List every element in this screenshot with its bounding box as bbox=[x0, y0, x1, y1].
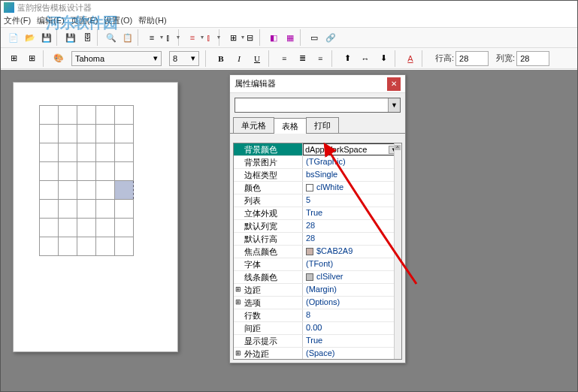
property-row[interactable]: 默认列宽28 bbox=[234, 220, 401, 233]
scrollbar[interactable]: ^ bbox=[394, 143, 401, 359]
fill-icon[interactable]: ◧ bbox=[265, 29, 282, 46]
tab-table[interactable]: 表格 bbox=[274, 118, 307, 134]
new-icon[interactable]: 📄 bbox=[5, 29, 22, 46]
delete-row-icon[interactable]: ≡ bbox=[184, 29, 201, 46]
property-value[interactable]: (Space) bbox=[303, 348, 401, 360]
underline-button[interactable]: U bbox=[249, 50, 265, 67]
property-name: 默认行高 bbox=[234, 233, 303, 245]
grid-icon[interactable]: ⊞ bbox=[23, 50, 40, 67]
property-row[interactable]: 默认行高28 bbox=[234, 233, 401, 246]
valign-top-icon[interactable]: ⬆ bbox=[339, 50, 356, 67]
menu-page[interactable]: 页面(E) bbox=[71, 15, 98, 26]
close-button[interactable]: ✕ bbox=[387, 77, 401, 91]
format-toolbar: ⊞ ⊞ 🎨 Tahoma▾ 8▾ B I U ≡ ≣ ≡ ⬆ ↔ ⬇ A 行高:… bbox=[1, 48, 577, 69]
font-color-icon[interactable]: A bbox=[402, 50, 419, 67]
property-row[interactable]: 显示提示True bbox=[234, 335, 401, 348]
color-icon[interactable]: 🎨 bbox=[50, 50, 67, 67]
property-value[interactable]: dAppWorkSpace▼ bbox=[303, 143, 401, 155]
align-center-icon[interactable]: ≣ bbox=[294, 50, 310, 67]
menu-help[interactable]: 帮助(H) bbox=[138, 15, 166, 26]
report-grid[interactable] bbox=[39, 105, 134, 256]
property-name: 边框类型 bbox=[234, 169, 303, 181]
database-icon[interactable]: 🗄 bbox=[79, 29, 95, 46]
property-value[interactable]: True bbox=[303, 207, 401, 219]
property-name: 立体外观 bbox=[234, 207, 303, 219]
property-name: 列表 bbox=[234, 194, 303, 207]
property-value[interactable]: (TFont) bbox=[303, 258, 401, 270]
merge-icon[interactable]: ⊞ bbox=[225, 29, 241, 46]
property-value[interactable]: clSilver bbox=[303, 271, 401, 283]
property-value[interactable]: (Margin) bbox=[303, 284, 401, 296]
tab-print[interactable]: 打印 bbox=[306, 117, 339, 133]
property-row[interactable]: 选项(Options) bbox=[234, 297, 401, 309]
link-icon[interactable]: 🔗 bbox=[322, 29, 339, 46]
property-value[interactable]: 28 bbox=[303, 220, 401, 232]
property-row[interactable]: 边距(Margin) bbox=[234, 284, 401, 297]
property-value[interactable]: bsSingle bbox=[303, 169, 401, 181]
property-name: 焦点颜色 bbox=[234, 246, 303, 258]
property-value[interactable]: True bbox=[303, 335, 401, 347]
split-icon[interactable]: ⊟ bbox=[241, 29, 258, 46]
save-as-icon[interactable]: 💾 bbox=[62, 29, 79, 46]
property-editor-title: 属性编辑器 bbox=[235, 78, 276, 89]
main-toolbar: 📄 📂 💾 💾 🗄 🔍 📋 ≡ ⫿ ≡ ⫿ ⊞ ⊟ ◧ ▦ ▭ 🔗 bbox=[1, 27, 577, 48]
row-height-label: 行高: bbox=[435, 53, 454, 64]
property-row[interactable]: 焦点颜色$CAB2A9 bbox=[234, 246, 401, 258]
property-name: 显示提示 bbox=[234, 335, 303, 347]
property-row[interactable]: 行数8 bbox=[234, 309, 401, 322]
delete-col-icon[interactable]: ⫿ bbox=[201, 29, 217, 46]
property-name: 线条颜色 bbox=[234, 271, 303, 283]
property-value[interactable]: 0.00 bbox=[303, 322, 401, 334]
property-name: 外边距 bbox=[234, 348, 303, 360]
font-size-select[interactable]: 8▾ bbox=[169, 51, 199, 66]
property-row[interactable]: 背景颜色dAppWorkSpace▼ bbox=[234, 143, 401, 156]
menu-settings[interactable]: 设置(O) bbox=[104, 15, 132, 26]
property-value[interactable]: clWhite bbox=[303, 182, 401, 194]
design-canvas[interactable]: 属性编辑器 ✕ ▼ 单元格 表格 打印 背景颜色dAppWorkSpace▼背景… bbox=[1, 70, 577, 391]
borders-icon[interactable]: ⊞ bbox=[5, 50, 22, 67]
insert-row-icon[interactable]: ≡ bbox=[144, 29, 160, 46]
property-value[interactable]: 8 bbox=[303, 309, 401, 321]
property-value[interactable]: (TGraphic) bbox=[303, 156, 401, 168]
preview-icon[interactable]: 🔍 bbox=[103, 29, 120, 46]
selected-cell bbox=[115, 181, 134, 200]
property-row[interactable]: 颜色clWhite bbox=[234, 182, 401, 194]
properties-icon[interactable]: 📋 bbox=[120, 29, 136, 46]
valign-bot-icon[interactable]: ⬇ bbox=[375, 50, 392, 67]
property-row[interactable]: 外边距(Space) bbox=[234, 348, 401, 360]
property-row[interactable]: 列表5 bbox=[234, 194, 401, 207]
property-row[interactable]: 线条颜色clSilver bbox=[234, 271, 401, 284]
property-value[interactable]: (Options) bbox=[303, 297, 401, 309]
property-value[interactable]: 5 bbox=[303, 194, 401, 207]
align-right-icon[interactable]: ≡ bbox=[312, 50, 328, 67]
window-title: 蓝韵报告模板设计器 bbox=[17, 2, 92, 14]
border-icon[interactable]: ▦ bbox=[282, 29, 298, 46]
property-value[interactable]: $CAB2A9 bbox=[303, 246, 401, 258]
open-icon[interactable]: 📂 bbox=[22, 29, 38, 46]
property-row[interactable]: 间距0.00 bbox=[234, 322, 401, 335]
property-grid[interactable]: 背景颜色dAppWorkSpace▼背景图片(TGraphic)边框类型bsSi… bbox=[233, 143, 402, 360]
tab-cell[interactable]: 单元格 bbox=[233, 117, 274, 133]
app-logo-icon bbox=[4, 2, 14, 13]
col-width-input[interactable] bbox=[516, 51, 549, 66]
field-icon[interactable]: ▭ bbox=[306, 29, 322, 46]
insert-col-icon[interactable]: ⫿ bbox=[160, 29, 177, 46]
property-row[interactable]: 字体(TFont) bbox=[234, 258, 401, 271]
font-select[interactable]: Tahoma▾ bbox=[71, 51, 162, 66]
italic-button[interactable]: I bbox=[231, 50, 247, 67]
object-selector-combo[interactable]: ▼ bbox=[235, 98, 401, 113]
property-row[interactable]: 边框类型bsSingle bbox=[234, 169, 401, 182]
menu-edit[interactable]: 编辑(E) bbox=[37, 15, 65, 26]
property-row[interactable]: 立体外观True bbox=[234, 207, 401, 220]
row-height-input[interactable] bbox=[455, 51, 489, 66]
col-width-label: 列宽: bbox=[496, 53, 515, 64]
valign-mid-icon[interactable]: ↔ bbox=[357, 50, 374, 67]
bold-button[interactable]: B bbox=[213, 50, 229, 67]
menu-file[interactable]: 文件(F) bbox=[4, 15, 31, 26]
save-icon[interactable]: 💾 bbox=[38, 29, 55, 46]
property-value[interactable]: 28 bbox=[303, 233, 401, 245]
property-row[interactable]: 背景图片(TGraphic) bbox=[234, 156, 401, 169]
property-name: 行数 bbox=[234, 309, 303, 321]
property-editor-panel: 属性编辑器 ✕ ▼ 单元格 表格 打印 背景颜色dAppWorkSpace▼背景… bbox=[229, 74, 406, 363]
align-left-icon[interactable]: ≡ bbox=[276, 50, 292, 67]
